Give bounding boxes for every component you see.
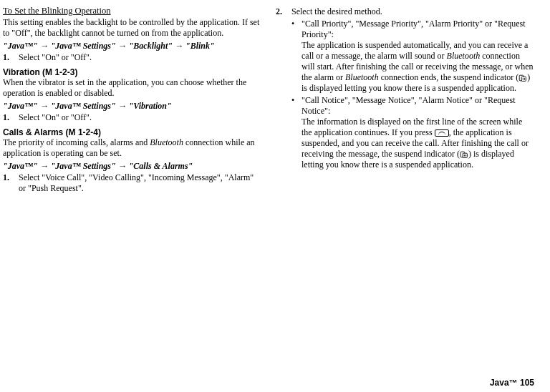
bullet-text: "Call Notice", "Message Notice", "Alarm …: [301, 95, 534, 170]
step-number: 1.: [3, 52, 19, 63]
step-text: Select "Voice Call", "Video Calling", "I…: [19, 172, 261, 194]
suspend-indicator-icon: [518, 74, 527, 82]
body-blink: This setting enables the backlight to be…: [3, 17, 261, 39]
step-vibration-1: 1. Select "On" or "Off".: [3, 112, 261, 123]
bullet-text: "Call Priority", "Message Priority", "Al…: [301, 19, 534, 94]
heading-calls: Calls & Alarms (M 1-2-4): [3, 127, 261, 137]
step-number: 1.: [3, 112, 19, 123]
bluetooth-word: Bluetooth: [447, 51, 481, 61]
left-column: To Set the Blinking Operation This setti…: [3, 6, 261, 195]
bullet-notice: • "Call Notice", "Message Notice", "Alar…: [291, 95, 534, 170]
bluetooth-word: Bluetooth: [150, 137, 183, 147]
bluetooth-word: Bluetooth: [345, 72, 379, 82]
bullet-dot: •: [291, 95, 301, 170]
nav-vibration: "Java™" → "Java™ Settings" → "Vibration": [3, 101, 261, 112]
phone-key-icon: [435, 129, 449, 137]
heading-vibration: Vibration (M 1-2-3): [3, 67, 261, 77]
heading-blink: To Set the Blinking Operation: [3, 6, 261, 17]
step-blink-1: 1. Select "On" or "Off".: [3, 52, 261, 63]
step-method-2: 2. Select the desired method.: [276, 6, 534, 17]
step-number: 1.: [3, 172, 19, 194]
nav-blink: "Java™" → "Java™ Settings" → "Backlight"…: [3, 41, 261, 52]
step-text: Select "On" or "Off".: [19, 52, 261, 63]
step-calls-1: 1. Select "Voice Call", "Video Calling",…: [3, 172, 261, 194]
nav-calls: "Java™" → "Java™ Settings" → "Calls & Al…: [3, 161, 261, 172]
body-calls-pre: The priority of incoming calls, alarms a…: [3, 137, 150, 147]
step-number: 2.: [276, 6, 291, 17]
bullet-dot: •: [291, 19, 301, 94]
notice-quotes: "Call Notice", "Message Notice", "Alarm …: [301, 95, 516, 116]
step-text: Select the desired method.: [291, 6, 534, 17]
priority-quotes: "Call Priority", "Message Priority", "Al…: [301, 19, 526, 39]
svg-rect-1: [521, 77, 526, 81]
body-vibration: When the vibrator is set in the applicat…: [3, 77, 261, 99]
page-footer: Java™ 105: [490, 378, 534, 388]
bullet-priority: • "Call Priority", "Message Priority", "…: [291, 19, 534, 94]
page-content: To Set the Blinking Operation This setti…: [0, 0, 550, 195]
step-text: Select "On" or "Off".: [19, 112, 261, 123]
right-column: 2. Select the desired method. • "Call Pr…: [276, 6, 534, 195]
suspend-indicator-icon: [460, 150, 468, 159]
body-calls: The priority of incoming calls, alarms a…: [3, 137, 261, 159]
priority-line1c: connection ends, the suspend indicator (: [379, 72, 519, 82]
svg-rect-3: [463, 153, 467, 157]
